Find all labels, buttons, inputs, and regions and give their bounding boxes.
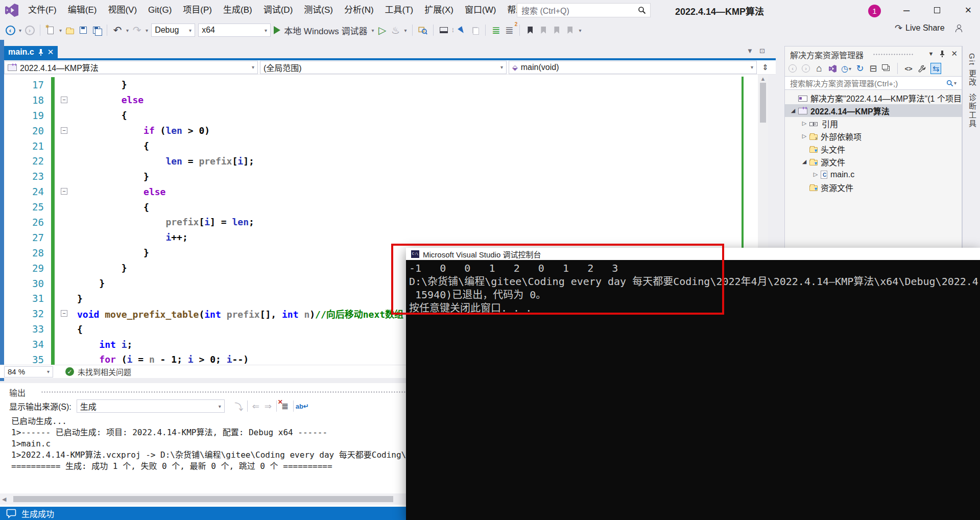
menu-item[interactable]: 扩展(X) — [419, 0, 459, 20]
expander-icon[interactable]: ◢ — [799, 158, 809, 165]
undo-caret-icon[interactable]: ▾ — [126, 28, 129, 33]
feedback-bubble-icon[interactable] — [6, 509, 16, 518]
code-line[interactable]: 22 len = prefix[i]; — [4, 153, 762, 169]
hot-reload-button[interactable]: ♨ — [391, 23, 401, 37]
side-tab[interactable]: Git 更改 — [967, 53, 977, 86]
environment-caret-icon[interactable]: ⁞ — [452, 28, 454, 33]
collapse-all-button[interactable]: ⊟ — [869, 63, 878, 74]
menu-item[interactable]: 视图(V) — [102, 0, 142, 20]
close-icon[interactable]: ✕ — [951, 49, 958, 58]
clear-all-button[interactable]: ≣ — [279, 400, 291, 412]
forward-button[interactable]: › — [801, 63, 810, 74]
collapse-region-icon[interactable]: − — [61, 97, 67, 103]
code-line[interactable]: 23 } — [4, 169, 762, 184]
live-share-control[interactable]: ↷ Live Share — [895, 22, 962, 34]
quick-search-box[interactable]: 搜索 (Ctrl+Q) — [517, 3, 651, 17]
home-button[interactable]: ⌂ — [815, 63, 824, 74]
tab-main-c[interactable]: main.c ✕ — [4, 46, 58, 58]
feedback-person-icon[interactable] — [955, 25, 962, 32]
show-all-files-button[interactable] — [882, 63, 891, 74]
tree-item[interactable]: ▷引用 — [785, 117, 962, 130]
toggle-bookmark-button[interactable] — [525, 23, 535, 37]
scrollbar-thumb[interactable] — [13, 496, 393, 502]
tree-item[interactable]: 资源文件 — [785, 181, 962, 194]
menu-item[interactable]: 工具(T) — [379, 0, 419, 20]
solution-explorer-search-box[interactable]: 搜索解决方案资源管理器(Ctrl+;) ▾ — [785, 76, 962, 90]
save-all-button[interactable] — [91, 23, 102, 37]
menu-item[interactable]: 文件(F) — [22, 0, 62, 20]
active-files-dropdown-icon[interactable]: ▼ — [747, 47, 753, 55]
document-health-indicator[interactable]: ✓ 未找到相关问题 — [65, 366, 131, 377]
output-source-dropdown[interactable]: 生成 ▾ — [77, 399, 225, 413]
close-tab-icon[interactable]: ✕ — [47, 48, 54, 57]
environment-button[interactable] — [439, 23, 449, 37]
code-line[interactable]: 25 { — [4, 199, 762, 215]
chevron-down-icon[interactable]: ▾ — [954, 80, 957, 86]
chevron-down-icon[interactable]: ▼ — [928, 51, 934, 57]
restore-button[interactable] — [925, 0, 949, 20]
properties-button[interactable] — [917, 63, 926, 74]
menu-item[interactable]: 生成(B) — [218, 0, 258, 20]
tree-item[interactable]: 头文件 — [785, 143, 962, 155]
navigate-back-button[interactable]: ‹ — [5, 23, 15, 37]
back-caret-icon[interactable]: ▾ — [19, 28, 21, 33]
previous-bookmark-button[interactable] — [538, 23, 548, 37]
jump-to-message-button[interactable]: ⤵ — [233, 400, 245, 412]
scrollbar-thumb[interactable] — [760, 83, 766, 123]
collapse-region-icon[interactable]: − — [61, 127, 67, 134]
menu-item[interactable]: 分析(N) — [339, 0, 379, 20]
previous-message-button[interactable]: ⇐ — [250, 400, 262, 412]
code-line[interactable]: 21 { — [4, 138, 762, 154]
find-in-files-button[interactable] — [418, 23, 428, 37]
toolbar-overflow-button[interactable]: ▾ — [579, 28, 581, 33]
solution-platform-dropdown[interactable]: x64 ▾ — [198, 23, 271, 37]
menu-item[interactable]: Git(G) — [142, 0, 177, 20]
menu-item[interactable]: 项目(P) — [177, 0, 218, 20]
pending-changes-filter-button[interactable]: ◷▾ — [841, 63, 851, 74]
tree-item[interactable]: 解决方案"2022.4.14—KMP算法"(1 个项目/共 — [785, 91, 962, 104]
copy-disabled-button[interactable] — [470, 23, 480, 37]
menu-item[interactable]: 测试(S) — [298, 0, 339, 20]
code-line[interactable]: 20− if (len > 0) — [4, 123, 762, 138]
next-bookmark-button[interactable] — [552, 23, 562, 37]
next-message-button[interactable]: ⇒ — [262, 400, 274, 412]
collapse-region-icon[interactable]: − — [61, 310, 67, 317]
start-debugging-button[interactable]: 本地 Windows 调试器 ▾ — [274, 23, 374, 37]
hot-reload-caret-icon[interactable]: ▾ — [404, 28, 407, 33]
split-editor-icon[interactable]: ⇕ — [762, 63, 769, 72]
collapse-region-icon[interactable]: − — [61, 188, 67, 195]
tree-item[interactable]: ◢源文件 — [785, 155, 962, 168]
save-button[interactable] — [78, 23, 88, 37]
menu-item[interactable]: 编辑(E) — [62, 0, 103, 20]
pin-icon[interactable] — [38, 49, 43, 56]
pin-icon[interactable] — [940, 51, 945, 57]
open-file-button[interactable] — [65, 23, 75, 37]
code-line[interactable]: 27 i++; — [4, 230, 762, 245]
unindent-lines-button[interactable]: ≣2 — [504, 23, 514, 37]
code-line[interactable]: 17 } — [4, 77, 762, 92]
redo-caret-icon[interactable]: ▾ — [146, 28, 148, 33]
minimize-button[interactable]: – — [895, 0, 918, 20]
redo-button[interactable]: ↷ — [132, 23, 142, 37]
sync-with-active-document-button[interactable]: ⇆ — [930, 63, 941, 74]
code-line[interactable]: 18− else — [4, 92, 762, 108]
scroll-up-icon[interactable]: ▲ — [758, 76, 768, 82]
clear-bookmarks-button[interactable] — [565, 23, 575, 37]
nav-scope-dropdown[interactable]: (全局范围) ▾ — [260, 61, 507, 74]
scroll-left-icon[interactable]: ◀ — [2, 496, 6, 503]
tree-item[interactable]: ◢2022.4.14—KMP算法 — [785, 104, 962, 117]
editor-zoom-dropdown[interactable]: 84 % ▾ — [4, 366, 53, 377]
side-tab[interactable]: 诊断工具 — [967, 93, 977, 128]
close-button[interactable]: × — [957, 0, 980, 20]
window-options-icon[interactable]: ⊡ — [759, 47, 765, 55]
new-project-caret-icon[interactable]: ▾ — [59, 28, 62, 33]
navigate-forward-button[interactable]: › — [25, 23, 35, 37]
start-without-debugging-button[interactable]: ▷ — [377, 23, 388, 37]
expander-icon[interactable]: ▷ — [799, 133, 809, 139]
solution-configuration-dropdown[interactable]: Debug ▾ — [151, 23, 195, 37]
nav-project-dropdown[interactable]: 2022.4.14—KMP算法 ▾ — [4, 61, 258, 74]
undo-button[interactable]: ↶ — [112, 23, 123, 37]
select-element-button[interactable] — [457, 23, 467, 37]
tree-item[interactable]: ▷main.c — [785, 168, 962, 181]
view-code-button[interactable]: <> — [904, 63, 913, 74]
